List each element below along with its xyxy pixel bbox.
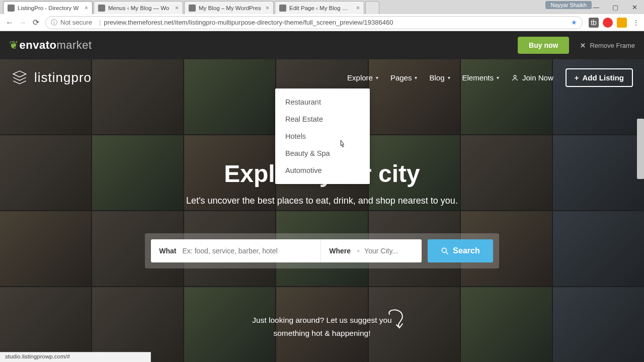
- svg-point-1: [442, 248, 447, 252]
- search-button[interactable]: Search: [428, 239, 493, 262]
- svg-line-2: [446, 252, 448, 254]
- search-where-segment[interactable]: Where ⌖ ▾: [321, 239, 422, 262]
- chevron-down-icon: ▾: [415, 75, 417, 80]
- extension-icon[interactable]: [617, 18, 627, 28]
- site-logo[interactable]: listingpro: [11, 69, 92, 86]
- back-button[interactable]: ←: [3, 16, 16, 29]
- envato-logo[interactable]: ❦envatomarket: [9, 39, 92, 52]
- add-listing-button[interactable]: + Add Listing: [566, 68, 633, 87]
- browser-tab[interactable]: ListingPro - Directory W ×: [3, 1, 93, 14]
- close-icon[interactable]: ×: [175, 5, 179, 12]
- location-icon[interactable]: ⌖: [357, 247, 360, 254]
- reload-button[interactable]: ⟳: [29, 16, 42, 29]
- logo-mark-icon: [11, 69, 28, 86]
- browser-tab[interactable]: My Blog – My WordPres ×: [184, 1, 274, 14]
- close-window-icon[interactable]: ✕: [625, 0, 644, 14]
- what-input[interactable]: [183, 247, 313, 255]
- browser-tab[interactable]: Edit Page ‹ My Blog — W ×: [275, 1, 364, 14]
- extension-area: tb ⋮: [589, 18, 641, 28]
- globe-icon: [8, 5, 15, 12]
- envato-bar: ❦envatomarket Buy now ✕ Remove Frame: [0, 31, 644, 59]
- tab-title: My Blog – My WordPres: [199, 5, 263, 11]
- window-controls: — ▢ ✕: [587, 0, 644, 14]
- page-viewport: listingpro Explore ▾ Pages ▾ Blog ▾ Elem…: [0, 59, 644, 362]
- what-label: What: [159, 247, 176, 255]
- address-bar[interactable]: ⓘ Not secure | preview.themeforest.net/i…: [45, 16, 583, 29]
- info-icon[interactable]: ⓘ: [51, 18, 57, 27]
- globe-icon: [279, 5, 286, 12]
- chrome-menu-icon[interactable]: ⋮: [631, 18, 641, 28]
- join-now-link[interactable]: Join Now: [511, 73, 553, 82]
- chevron-down-icon: ▾: [376, 75, 378, 80]
- dropdown-item-real-estate[interactable]: Real Estate: [275, 111, 370, 128]
- main-nav: Explore ▾ Pages ▾ Blog ▾ Elements ▾ Join…: [347, 68, 633, 87]
- status-bar: studio.listingprowp.com/#: [0, 352, 151, 362]
- tab-title: Menus ‹ My Blog — Wo: [108, 5, 172, 11]
- globe-icon: [189, 5, 196, 12]
- where-label: Where: [329, 247, 351, 255]
- forward-button: →: [16, 16, 29, 29]
- close-icon: ✕: [580, 42, 586, 49]
- close-icon[interactable]: ×: [85, 5, 88, 12]
- search-icon: [441, 247, 449, 255]
- new-tab-button[interactable]: [365, 1, 379, 14]
- search-what-segment[interactable]: What: [151, 239, 321, 262]
- close-icon[interactable]: ×: [266, 5, 269, 12]
- plus-icon: +: [575, 73, 579, 82]
- browser-toolbar: ← → ⟳ ⓘ Not secure | preview.themeforest…: [0, 14, 644, 31]
- tab-title: Edit Page ‹ My Blog — W: [289, 5, 353, 11]
- globe-icon: [98, 5, 105, 12]
- dropdown-item-hotels[interactable]: Hotels: [275, 128, 370, 145]
- browser-tab-strip: ListingPro - Directory W × Menus ‹ My Bl…: [0, 0, 644, 14]
- nav-explore[interactable]: Explore ▾: [347, 73, 378, 82]
- nav-elements[interactable]: Elements ▾: [462, 73, 500, 82]
- buy-now-button[interactable]: Buy now: [518, 37, 569, 54]
- extension-icon[interactable]: tb: [589, 18, 599, 28]
- hero-subtitle: Let's uncover the best places to eat, dr…: [186, 196, 458, 206]
- bookmark-star-icon[interactable]: ★: [571, 19, 577, 26]
- close-icon[interactable]: ×: [356, 5, 360, 12]
- scrollbar-thumb[interactable]: [637, 119, 644, 179]
- search-bar: What Where ⌖ ▾ Search: [145, 233, 499, 268]
- explore-dropdown: Restaurant Real Estate Hotels Beauty & S…: [275, 88, 370, 184]
- nav-blog[interactable]: Blog ▾: [429, 73, 450, 82]
- user-icon: [511, 74, 519, 81]
- browser-tab[interactable]: Menus ‹ My Blog — Wo ×: [94, 1, 183, 14]
- svg-point-0: [514, 75, 516, 77]
- profile-badge[interactable]: Nayyar Shaikh: [545, 1, 592, 9]
- dropdown-item-restaurant[interactable]: Restaurant: [275, 94, 370, 111]
- tab-title: ListingPro - Directory W: [18, 5, 82, 11]
- site-logo-text: listingpro: [34, 70, 92, 85]
- url-text: preview.themeforest.net/item/listingpro-…: [104, 19, 571, 26]
- nav-pages[interactable]: Pages ▾: [390, 73, 418, 82]
- dropdown-item-automotive[interactable]: Automotive: [275, 162, 370, 179]
- chevron-down-icon: ▾: [497, 75, 499, 80]
- maximize-icon[interactable]: ▢: [606, 0, 625, 14]
- suggest-text: Just looking around? Let us suggest you …: [252, 314, 391, 340]
- remove-frame-link[interactable]: ✕ Remove Frame: [580, 42, 635, 49]
- security-status: Not secure: [60, 19, 92, 26]
- leaf-icon: ❦: [9, 39, 19, 51]
- extension-icon[interactable]: [603, 18, 613, 28]
- minimize-icon[interactable]: —: [587, 0, 606, 14]
- dropdown-item-beauty-spa[interactable]: Beauty & Spa: [275, 145, 370, 162]
- chevron-down-icon: ▾: [448, 75, 450, 80]
